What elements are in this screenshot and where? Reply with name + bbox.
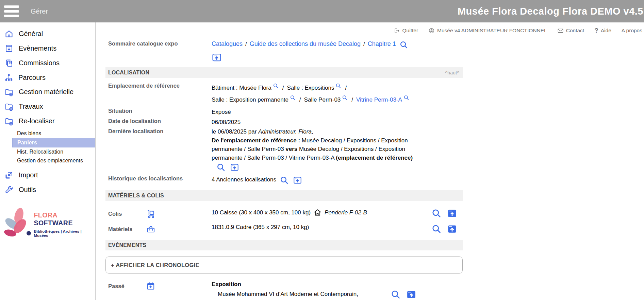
location-salle-expositions: Salle : Expositions — [287, 85, 334, 91]
der-from-label: De l'emplacement de référence : — [212, 137, 302, 144]
colis-row: Colis 10 Caisse (30 x 400 x 350 cm, 100 … — [105, 208, 463, 218]
summary-label: Sommaire catalogue expo — [105, 40, 212, 47]
emplacement-line-2: Salle : Exposition permanente/Salle Perm… — [212, 94, 422, 106]
back-to-top-link[interactable]: ^haut^ — [445, 70, 459, 75]
exit-icon — [394, 28, 400, 34]
toolbox-icon[interactable] — [146, 225, 155, 234]
location-expo-permanente: Salle : Exposition permanente — [212, 96, 288, 103]
sidebar-subitem-paniers[interactable]: Paniers — [12, 138, 95, 147]
situation-value: Exposé — [212, 107, 463, 117]
search-icon[interactable] — [290, 95, 296, 101]
sidebar-item-travaux[interactable]: Travaux — [0, 99, 95, 114]
search-icon[interactable] — [342, 95, 348, 101]
search-icon[interactable] — [335, 83, 341, 89]
sidebar-item-label: Gestion matérielle — [19, 88, 73, 96]
situation-label: Situation — [105, 107, 212, 114]
quitter-label: Quitter — [402, 28, 418, 34]
open-window-icon[interactable] — [447, 208, 457, 218]
sidebar-subitem-gestion-emplacements[interactable]: Gestion des emplacements — [0, 156, 95, 165]
search-icon[interactable] — [280, 176, 289, 185]
mail-icon — [557, 28, 564, 34]
materiels-row: Matériels 1831.0.9 Cadre (365 x 297 cm, … — [105, 224, 463, 234]
emplacement-row: Emplacement de référence Bâtiment : Musé… — [105, 82, 463, 106]
derniere-localisation-label: Dernière localisation — [105, 127, 212, 135]
sitemap-icon — [4, 73, 13, 82]
sidebar-subitem-hist-relocalisation[interactable]: Hist. Relocalisation — [0, 147, 95, 156]
search-icon[interactable] — [431, 208, 442, 218]
sidebar-item-general[interactable]: Général — [0, 27, 95, 41]
search-icon[interactable] — [399, 40, 408, 49]
breadcrumb-chapitre[interactable]: Chapitre 1 — [368, 40, 396, 47]
summary-row: Sommaire catalogue expo Catalogues/Guide… — [105, 40, 463, 63]
derniere-localisation-value: le 06/08/2025 par Administrateur, Flora,… — [212, 127, 461, 171]
sidebar-item-relocaliser[interactable]: Re-localiser — [0, 114, 95, 128]
wrench-icon — [4, 185, 14, 194]
section-materiels-title: MATÉRIELS & COLIS — [108, 193, 164, 199]
historique-value: 4 Anciennes localisations — [212, 175, 463, 185]
der-intro: le 06/08/2025 par — [212, 128, 258, 135]
location-separator: / — [345, 85, 347, 91]
sidebar-item-outils[interactable]: Outils — [0, 182, 95, 197]
open-window-icon[interactable] — [406, 289, 416, 300]
flora-petals-logo-icon — [1, 205, 34, 243]
sidebar-subitem-des-biens[interactable]: Des biens — [0, 129, 95, 138]
aide-button[interactable]: ? Aide — [594, 27, 611, 34]
location-separator: / — [351, 96, 353, 103]
question-mark-icon: ? — [594, 27, 598, 34]
breadcrumb-guide[interactable]: Guide des collections du musée Decalog — [250, 40, 361, 47]
breadcrumb-separator: / — [363, 41, 365, 47]
search-icon[interactable] — [391, 289, 401, 300]
calendar-plus-icon[interactable] — [146, 282, 155, 290]
date-localisation-label: Date de localisation — [105, 117, 212, 124]
afficher-chronologie-button[interactable]: + AFFICHER LA CHRONOLOGIE — [105, 257, 463, 273]
open-window-icon[interactable] — [447, 224, 457, 234]
app-title: Musée Flora Decalog Flora DEMO v4.5 — [458, 6, 643, 17]
archive-down-icon — [4, 44, 14, 53]
search-icon[interactable] — [273, 83, 279, 89]
apropos-button[interactable]: A propos — [622, 28, 642, 34]
trolley-icon[interactable] — [146, 209, 156, 218]
open-window-icon[interactable] — [230, 163, 239, 172]
location-batiment: Bâtiment : Musée Flora — [212, 85, 271, 91]
brand-software: SOFTWARE — [34, 219, 73, 227]
section-localisation-title: LOCALISATION — [108, 70, 149, 76]
location-vitrine-link[interactable]: Vitrine Perm-03-A — [356, 96, 402, 103]
open-window-icon[interactable] — [212, 52, 222, 63]
pages-bookmark-icon — [4, 58, 14, 68]
folder-globe-icon — [4, 87, 14, 96]
search-icon[interactable] — [216, 163, 226, 172]
sidebar-item-label: Travaux — [19, 103, 43, 110]
menu-label[interactable]: Gérer — [31, 7, 48, 15]
quitter-button[interactable]: Quitter — [394, 28, 418, 34]
date-localisation-value: 06/08/2025 — [212, 117, 463, 127]
app-window: Gérer Musée Flora Decalog Flora DEMO v4.… — [0, 0, 644, 300]
historique-label: Historique des localisations — [105, 175, 212, 182]
folder-globe-icon — [4, 102, 14, 111]
sidebar-item-label: Parcours — [18, 74, 46, 82]
date-localisation-row: Date de localisation 06/08/2025 — [105, 117, 463, 127]
sidebar-item-commissions[interactable]: Commissions — [0, 56, 95, 70]
apropos-label: A propos — [622, 28, 642, 34]
session-toolbar: Quitter Musée v4 ADMINISTRATEUR FONCTION… — [394, 27, 642, 34]
sidebar-item-gestion-materielle[interactable]: Gestion matérielle — [0, 85, 95, 99]
sidebar-item-label: Evènements — [19, 45, 56, 52]
aide-label: Aide — [601, 28, 611, 34]
materiels-label: Matériels — [108, 226, 146, 232]
search-icon[interactable] — [403, 95, 409, 101]
sidebar-item-import[interactable]: Import — [0, 168, 95, 182]
breadcrumb-catalogues[interactable]: Catalogues — [212, 40, 243, 47]
folder-globe-icon — [4, 117, 14, 126]
contact-label: Contact — [566, 28, 584, 34]
historique-text: 4 Anciennes localisations — [212, 176, 276, 183]
contact-button[interactable]: Contact — [557, 28, 584, 34]
import-icon — [4, 171, 14, 180]
open-window-icon[interactable] — [293, 176, 302, 185]
location-salle-perm-03: Salle Perm-03 — [304, 96, 341, 103]
sidebar-item-parcours[interactable]: Parcours — [0, 70, 95, 85]
sidebar-item-label: Import — [19, 171, 38, 179]
sidebar-item-evenements[interactable]: Evènements — [0, 41, 95, 56]
current-user[interactable]: Musée v4 ADMINISTRATEUR FONCTIONNEL — [428, 28, 547, 34]
sidebar-item-label: Général — [19, 30, 43, 38]
search-icon[interactable] — [431, 224, 442, 234]
hamburger-menu-icon[interactable] — [3, 4, 20, 18]
